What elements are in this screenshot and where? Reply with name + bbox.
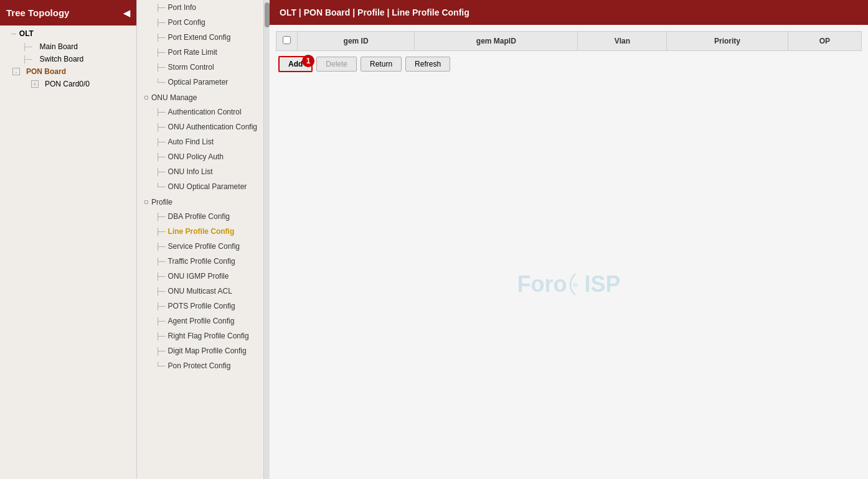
tree-connector-switch: ├─ [22,55,32,63]
nav-item-port-config[interactable]: ├─ Port Config [137,15,263,30]
nav-item-storm-control[interactable]: ├─ Storm Control [137,60,263,75]
nav-item-right-flag-profile[interactable]: ├─ Right Flag Profile Config [137,328,263,343]
nav-section-onu-manage[interactable]: ONU Manage [137,90,263,105]
nav-scrollbar-thumb [265,2,270,27]
col-gem-id: gem ID [298,32,415,51]
olt-label: OLT [19,29,34,38]
nav-item-optical-parameter[interactable]: └─ Optical Parameter [137,75,263,90]
nav-item-auth-control[interactable]: ├─ Authentication Control [137,105,263,119]
tree-item-olt[interactable]: ─ OLT [0,26,136,40]
nav-item-onu-multicast-acl[interactable]: ├─ ONU Multicast ACL [137,284,263,299]
nav-item-traffic-profile[interactable]: ├─ Traffic Profile Config [137,254,263,269]
nav-item-onu-auth-config[interactable]: ├─ ONU Authentication Config [137,119,263,134]
svg-point-0 [573,282,578,287]
nav-item-onu-optical-param[interactable]: └─ ONU Optical Parameter [137,179,263,194]
watermark: Foro ISP [517,271,620,297]
main-board-label: Main Board [40,42,78,51]
pon-card-label: PON Card0/0 [45,80,90,88]
tree-item-main-board[interactable]: ├─ Main Board [0,40,136,53]
nav-item-port-info[interactable]: ├─ Port Info [137,0,263,15]
nav-item-auto-find-list[interactable]: ├─ Auto Find List [137,134,263,149]
sidebar-title: Tree Topology [6,7,69,18]
nav-item-service-profile[interactable]: ├─ Service Profile Config [137,239,263,254]
col-checkbox [276,32,298,51]
sidebar-header[interactable]: Tree Topology ◀ [0,0,136,26]
main-content: OLT | PON Board | Profile | Line Profile… [270,0,868,479]
nav-item-onu-igmp-profile[interactable]: ├─ ONU IGMP Profile [137,269,263,284]
profile-expand-icon [144,200,148,204]
nav-item-dba-profile[interactable]: ├─ DBA Profile Config [137,209,263,224]
nav-item-port-rate-limit[interactable]: ├─ Port Rate Limit [137,45,263,60]
tree-item-switch-board[interactable]: ├─ Switch Board [0,53,136,65]
nav-item-onu-info-list[interactable]: ├─ ONU Info List [137,164,263,179]
delete-button[interactable]: Delete [316,57,357,72]
nav-item-line-profile[interactable]: ├─ Line Profile Config [137,224,263,239]
expand-icon-pon: - [12,68,20,75]
switch-board-label: Switch Board [40,55,84,63]
nav-item-pon-protect[interactable]: └─ Pon Protect Config [137,358,263,373]
data-table: gem ID gem MapID Vlan Priority OP [276,31,862,51]
watermark-text: Foro [517,271,567,297]
watermark-icon [568,272,583,296]
refresh-button[interactable]: Refresh [405,57,450,72]
collapse-icon[interactable]: ◀ [123,8,130,18]
tree-connector-main: ├─ [22,43,32,50]
col-gem-mapid: gem MapID [415,32,578,51]
content-area: gem ID gem MapID Vlan Priority OP [270,25,868,479]
tree-connector: ─ [11,30,16,37]
watermark-text2: ISP [584,271,620,297]
col-op: OP [788,32,861,51]
onu-manage-expand-icon [144,96,148,100]
nav-item-agent-profile[interactable]: ├─ Agent Profile Config [137,314,263,328]
nav-panel-wrapper: ├─ Port Info ├─ Port Config ├─ Port Exte… [137,0,270,479]
expand-icon-card: + [31,80,39,88]
col-priority: Priority [667,32,788,51]
action-row: Add 1 Delete Return Refresh [276,51,862,77]
return-button[interactable]: Return [361,57,402,72]
col-vlan: Vlan [578,32,667,51]
pon-board-label: PON Board [26,67,66,76]
nav-panel: ├─ Port Info ├─ Port Config ├─ Port Exte… [137,0,263,479]
select-all-checkbox[interactable] [283,36,291,44]
add-badge: 1 [302,55,314,67]
nav-item-digit-map-profile[interactable]: ├─ Digit Map Profile Config [137,343,263,358]
add-button-wrapper: Add 1 [278,56,313,72]
nav-section-profile[interactable]: Profile [137,194,263,209]
breadcrumb: OLT | PON Board | Profile | Line Profile… [270,0,868,25]
tree-item-pon-card[interactable]: + PON Card0/0 [0,78,136,90]
sidebar: Tree Topology ◀ ─ OLT ├─ Main Board ├─ S… [0,0,137,479]
nav-item-port-extend-config[interactable]: ├─ Port Extend Config [137,30,263,45]
tree-item-pon-board[interactable]: - PON Board [0,65,136,78]
nav-item-pots-profile[interactable]: ├─ POTS Profile Config [137,299,263,314]
nav-scrollbar[interactable] [263,0,270,479]
nav-item-onu-policy-auth[interactable]: ├─ ONU Policy Auth [137,149,263,164]
